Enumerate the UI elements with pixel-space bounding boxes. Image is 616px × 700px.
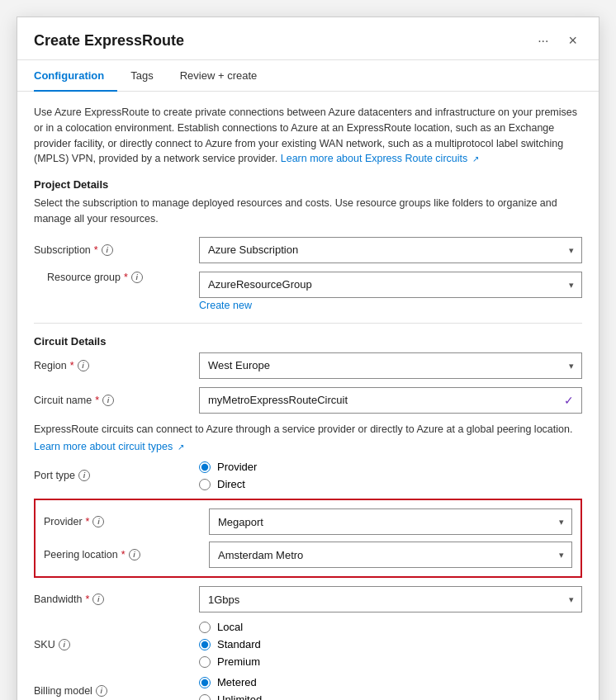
billing-unlimited-option[interactable]: Unlimited bbox=[199, 693, 582, 700]
dialog-title: Create ExpressRoute bbox=[34, 32, 184, 50]
resource-group-select-wrapper: AzureResourceGroup ▾ bbox=[199, 272, 582, 298]
resource-group-select[interactable]: AzureResourceGroup bbox=[199, 272, 582, 298]
sku-control: Local Standard Premium bbox=[199, 621, 582, 668]
region-label: Region * i bbox=[34, 360, 199, 371]
provider-label: Provider * i bbox=[44, 516, 209, 527]
region-info-icon[interactable]: i bbox=[78, 360, 89, 371]
tab-tags[interactable]: Tags bbox=[130, 61, 166, 92]
bandwidth-control: 1Gbps ▾ bbox=[199, 586, 582, 612]
billing-control: Metered Unlimited bbox=[199, 676, 582, 700]
billing-label: Billing model i bbox=[34, 685, 199, 697]
port-type-provider-option[interactable]: Provider bbox=[199, 461, 582, 473]
billing-row: Billing model i Metered Unlimited bbox=[34, 676, 582, 700]
tab-configuration[interactable]: Configuration bbox=[34, 61, 117, 92]
circuit-name-check-icon: ✓ bbox=[564, 394, 574, 407]
sku-premium-option[interactable]: Premium bbox=[199, 655, 582, 668]
provider-peering-section: Provider * i Megaport ▾ Peering locat bbox=[34, 499, 582, 578]
subscription-select-wrapper: Azure Subscription ▾ bbox=[199, 237, 582, 263]
resource-group-required: * bbox=[124, 272, 128, 283]
peering-location-control: Amsterdam Metro ▾ bbox=[209, 542, 572, 568]
provider-row: Provider * i Megaport ▾ bbox=[44, 508, 572, 535]
external-link-icon: ↗ bbox=[472, 153, 479, 165]
billing-unlimited-radio[interactable] bbox=[199, 694, 211, 700]
port-type-info-icon[interactable]: i bbox=[78, 470, 90, 481]
sku-local-option[interactable]: Local bbox=[199, 621, 582, 633]
subscription-required: * bbox=[94, 244, 98, 256]
section-divider-1 bbox=[34, 323, 582, 324]
port-type-label: Port type i bbox=[34, 470, 199, 481]
region-row: Region * i West Europe ▾ bbox=[34, 352, 582, 379]
peering-location-required: * bbox=[121, 549, 126, 560]
port-type-control: Provider Direct bbox=[199, 461, 582, 490]
billing-metered-option[interactable]: Metered bbox=[199, 676, 582, 688]
dialog-header: Create ExpressRoute ··· × bbox=[17, 17, 599, 60]
circuit-name-row: Circuit name * i ✓ bbox=[34, 387, 582, 414]
bandwidth-select-wrapper: 1Gbps ▾ bbox=[199, 586, 582, 612]
dialog-body: Use Azure ExpressRoute to create private… bbox=[17, 92, 599, 700]
circuit-name-info-icon[interactable]: i bbox=[102, 395, 114, 406]
peering-location-select-wrapper: Amsterdam Metro ▾ bbox=[209, 542, 572, 568]
project-details-title: Project Details bbox=[34, 178, 582, 191]
port-type-direct-radio[interactable] bbox=[199, 479, 211, 490]
project-details-description: Select the subscription to manage deploy… bbox=[34, 196, 582, 227]
description-text: Use Azure ExpressRoute to create private… bbox=[34, 105, 582, 167]
sku-standard-option[interactable]: Standard bbox=[199, 638, 582, 650]
circuit-details-title: Circuit Details bbox=[34, 335, 582, 348]
port-type-row: Port type i Provider Direct bbox=[34, 461, 582, 490]
circuit-name-input-wrapper: ✓ bbox=[199, 387, 582, 414]
billing-metered-radio[interactable] bbox=[199, 677, 211, 688]
peering-location-info-icon[interactable]: i bbox=[129, 549, 140, 560]
sku-standard-label: Standard bbox=[217, 638, 261, 650]
resource-group-info-icon[interactable]: i bbox=[131, 272, 143, 283]
sku-info-icon[interactable]: i bbox=[59, 639, 70, 650]
bandwidth-required: * bbox=[85, 594, 89, 605]
port-type-description: ExpressRoute circuits can connect to Azu… bbox=[34, 422, 582, 438]
subscription-info-icon[interactable]: i bbox=[102, 244, 113, 256]
peering-location-row: Peering location * i Amsterdam Metro ▾ bbox=[44, 542, 572, 568]
circuit-name-control: ✓ bbox=[199, 387, 582, 414]
ellipsis-button[interactable]: ··· bbox=[533, 32, 553, 50]
resource-group-control: AzureResourceGroup ▾ Create new bbox=[199, 272, 582, 311]
port-type-provider-label: Provider bbox=[217, 461, 257, 473]
sku-premium-label: Premium bbox=[217, 655, 260, 668]
subscription-select[interactable]: Azure Subscription bbox=[199, 237, 582, 263]
region-required: * bbox=[70, 360, 74, 371]
billing-metered-label: Metered bbox=[217, 676, 257, 688]
create-new-link[interactable]: Create new bbox=[199, 300, 252, 311]
region-select[interactable]: West Europe bbox=[199, 352, 582, 379]
billing-info-icon[interactable]: i bbox=[96, 685, 107, 697]
subscription-row: Subscription * i Azure Subscription ▾ bbox=[34, 237, 582, 263]
bandwidth-label: Bandwidth * i bbox=[34, 594, 199, 605]
provider-select[interactable]: Megaport bbox=[209, 508, 572, 535]
sku-local-radio[interactable] bbox=[199, 622, 211, 633]
sku-standard-radio[interactable] bbox=[199, 639, 211, 650]
close-button[interactable]: × bbox=[563, 31, 582, 51]
bandwidth-select[interactable]: 1Gbps bbox=[199, 586, 582, 612]
dialog-header-actions: ··· × bbox=[533, 31, 582, 51]
peering-location-label: Peering location * i bbox=[44, 549, 209, 560]
expressroute-learn-more-link[interactable]: Learn more about Express Route circuits … bbox=[281, 153, 479, 164]
circuit-name-label: Circuit name * i bbox=[34, 395, 199, 406]
port-type-direct-label: Direct bbox=[217, 478, 245, 490]
peering-location-select[interactable]: Amsterdam Metro bbox=[209, 542, 572, 568]
resource-group-label-col: Resource group * i bbox=[34, 272, 199, 283]
bandwidth-row: Bandwidth * i 1Gbps ▾ bbox=[34, 586, 582, 612]
resource-group-row: Resource group * i AzureResourceGroup ▾ … bbox=[34, 272, 582, 311]
sku-label: SKU i bbox=[34, 639, 199, 650]
provider-info-icon[interactable]: i bbox=[92, 516, 104, 527]
subscription-label: Subscription * i bbox=[34, 244, 199, 256]
billing-unlimited-label: Unlimited bbox=[217, 693, 262, 700]
bandwidth-info-icon[interactable]: i bbox=[92, 594, 104, 605]
provider-control: Megaport ▾ bbox=[209, 508, 572, 535]
provider-required: * bbox=[86, 516, 90, 527]
circuit-types-learn-more-link[interactable]: Learn more about circuit types ↗ bbox=[34, 441, 184, 452]
region-control: West Europe ▾ bbox=[199, 352, 582, 379]
sku-premium-radio[interactable] bbox=[199, 656, 211, 668]
port-type-provider-radio[interactable] bbox=[199, 461, 211, 473]
sku-row: SKU i Local Standard Premium bbox=[34, 621, 582, 668]
tab-review-create[interactable]: Review + create bbox=[180, 61, 271, 92]
port-type-direct-option[interactable]: Direct bbox=[199, 478, 582, 490]
circuit-types-external-link-icon: ↗ bbox=[178, 442, 184, 452]
sku-local-label: Local bbox=[217, 621, 243, 633]
circuit-name-input[interactable] bbox=[199, 387, 582, 414]
